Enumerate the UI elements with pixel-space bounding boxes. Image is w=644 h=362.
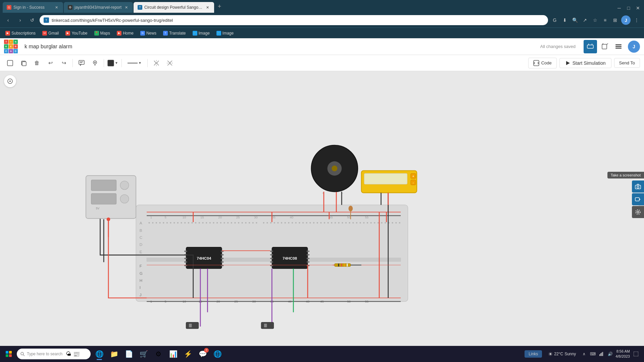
circuit-view-button[interactable] <box>584 40 597 53</box>
bookmark-youtube-label: YouTube <box>71 31 87 36</box>
taskbar-pdf[interactable]: 📄 <box>122 347 136 361</box>
svg-rect-90 <box>320 222 321 223</box>
svg-text:A: A <box>140 221 142 225</box>
undo-button[interactable]: ↩ <box>44 57 56 69</box>
bookmark-twitter-image2[interactable]: 🐦 Image <box>214 30 236 36</box>
3d-view-button[interactable] <box>598 40 611 53</box>
comment-button[interactable] <box>76 57 88 69</box>
tab-close-tinkercad[interactable]: ✕ <box>205 5 210 10</box>
taskbar-search[interactable]: Type here to search 🌤 📰 <box>17 349 91 359</box>
notification-button[interactable] <box>632 350 640 358</box>
forward-button[interactable]: › <box>15 15 25 25</box>
pin-button[interactable] <box>89 57 101 69</box>
tab-close-signin[interactable]: ✕ <box>54 5 59 10</box>
new-tab-button[interactable]: + <box>215 2 224 11</box>
tab-marvel[interactable]: ⚙ jayanth9343/marvel-report ✕ <box>64 2 133 13</box>
start-button[interactable] <box>1 347 16 361</box>
download-icon[interactable]: ⬇ <box>561 16 569 24</box>
taskbar-whatsapp[interactable]: 💬 7 <box>196 347 209 361</box>
profile-avatar[interactable]: J <box>621 15 631 25</box>
svg-rect-88 <box>313 222 314 223</box>
tray-sound[interactable]: 🔊 <box>607 351 613 357</box>
taskbar-store[interactable]: 🛒 <box>137 347 150 361</box>
bookmark-gmail-label: Gmail <box>48 31 59 36</box>
menu-icon[interactable]: ⋮ <box>633 16 641 24</box>
copy-button[interactable] <box>17 57 30 69</box>
list-view-button[interactable] <box>612 40 625 53</box>
tab-close-marvel[interactable]: ✕ <box>123 5 129 10</box>
whatsapp-badge: 7 <box>204 348 209 353</box>
fit-view-button[interactable] <box>4 75 16 87</box>
logo-t: T <box>4 40 8 44</box>
flip-v-button[interactable] <box>164 57 176 69</box>
circuit-canvas[interactable]: A B C D E 1 5 10 15 20 25 30 35 40 45 5 <box>0 71 644 346</box>
taskbar-flash[interactable]: ⚡ <box>181 347 195 361</box>
svg-text:F: F <box>140 264 142 268</box>
back-button[interactable]: ‹ <box>3 15 13 25</box>
google-account-icon[interactable]: G <box>551 16 559 24</box>
svg-rect-80 <box>285 222 286 223</box>
tab-tinkercad[interactable]: T Circuit design Powerful Sango-Tr... ✕ <box>134 2 214 13</box>
weather-condition: Sunny <box>564 352 576 356</box>
taskbar-chrome2[interactable]: 🌐 <box>211 347 224 361</box>
bookmark-translate[interactable]: T Translate <box>160 30 189 36</box>
taskbar-task-manager[interactable]: 📊 <box>166 347 180 361</box>
taskbar-chrome[interactable]: 🌐 <box>93 347 106 361</box>
svg-text:1: 1 <box>150 215 152 219</box>
add-shape-button[interactable] <box>4 57 16 69</box>
bookmark-home[interactable]: ▶ Home <box>114 30 136 36</box>
bookmark-gmail[interactable]: M Gmail <box>40 30 61 36</box>
redo-button[interactable]: ↪ <box>58 57 70 69</box>
tray-network[interactable] <box>598 351 605 357</box>
svg-rect-44 <box>152 222 153 223</box>
line-style-button[interactable]: ▼ <box>125 57 145 69</box>
user-avatar[interactable]: J <box>628 41 640 53</box>
tab-signin[interactable]: G Sign in - Success ✕ <box>3 2 63 13</box>
svg-rect-49 <box>170 222 171 223</box>
extension2-icon[interactable]: ⊞ <box>611 16 619 24</box>
taskbar-settings[interactable]: ⚙ <box>152 347 165 361</box>
code-button[interactable]: Code <box>528 58 557 68</box>
tab-favicon-marvel: ⚙ <box>68 5 72 10</box>
bookmark-twitter-image[interactable]: 🐦 Image <box>190 30 212 36</box>
color-swatch <box>107 60 114 66</box>
bookmark-subscriptions[interactable]: ▶ Subscriptions <box>3 30 38 36</box>
taskbar-folder[interactable]: 📁 <box>107 347 121 361</box>
minimize-button[interactable]: ─ <box>616 5 623 11</box>
canvas-area[interactable]: A B C D E 1 5 10 15 20 25 30 35 40 45 5 <box>0 71 644 346</box>
url-bar[interactable]: T tinkercad.com/things/kFrwTH5xVRc-power… <box>40 15 548 25</box>
svg-rect-98 <box>349 222 350 223</box>
reload-button[interactable]: ↺ <box>28 15 37 25</box>
links-button[interactable]: Links <box>525 350 542 358</box>
win-logo-br <box>9 354 12 357</box>
share-icon[interactable]: ↗ <box>581 16 589 24</box>
start-simulation-button[interactable]: Start Simulation <box>559 58 611 68</box>
svg-rect-107 <box>381 222 382 223</box>
bookmark-youtube[interactable]: ▶ YouTube <box>63 30 90 36</box>
svg-rect-110 <box>392 222 393 223</box>
close-window-button[interactable]: ✕ <box>635 5 641 11</box>
tray-up-arrow[interactable]: ∧ <box>581 351 587 357</box>
svg-text:15: 15 <box>200 215 204 219</box>
list-view-icon <box>615 43 622 50</box>
screenshot-video-button[interactable] <box>632 193 644 205</box>
send-to-button[interactable]: Send To <box>614 58 640 68</box>
svg-rect-142 <box>221 258 224 259</box>
maximize-button[interactable]: □ <box>625 5 632 11</box>
flip-h-button[interactable] <box>150 57 162 69</box>
tray-keyboard[interactable]: ⌨ <box>589 351 596 357</box>
logo-i: I <box>9 40 13 44</box>
delete-button[interactable]: 🗑 <box>31 57 43 69</box>
screenshot-camera-button[interactable] <box>632 180 644 193</box>
svg-text:D: D <box>140 242 142 247</box>
system-clock[interactable]: 8:56 AM 4/8/2023 <box>615 349 630 359</box>
svg-rect-101 <box>359 222 361 223</box>
svg-text:B: B <box>140 228 142 232</box>
bookmark-news[interactable]: N News <box>138 30 159 36</box>
bookmark-maps[interactable]: 📍 Maps <box>92 30 113 36</box>
color-picker-button[interactable]: ▼ <box>107 57 119 69</box>
extension1-icon[interactable]: ≡ <box>601 16 609 24</box>
zoom-icon[interactable]: 🔍 <box>571 16 579 24</box>
screenshot-settings-button[interactable] <box>632 206 644 218</box>
bookmark-icon[interactable]: ☆ <box>591 16 599 24</box>
